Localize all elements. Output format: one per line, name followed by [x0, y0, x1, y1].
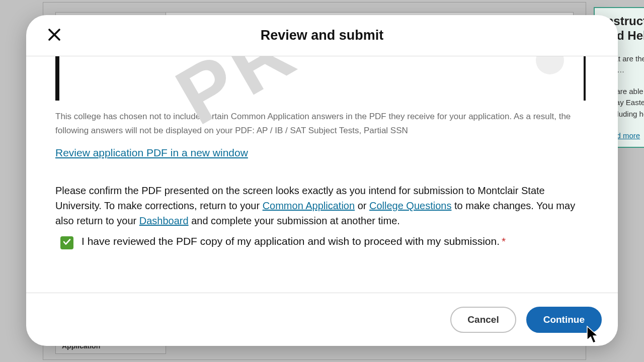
close-icon — [47, 27, 62, 44]
cancel-button[interactable]: Cancel — [450, 307, 516, 333]
confirmation-checkbox-label: I have reviewed the PDF copy of my appli… — [82, 235, 506, 247]
preview-page-indicator — [536, 56, 564, 74]
pdf-exclusion-notice: This college has chosen not to include c… — [55, 110, 588, 138]
common-application-link[interactable]: Common Application — [263, 200, 355, 211]
checkmark-icon — [62, 237, 71, 248]
review-pdf-link[interactable]: Review application PDF in a new window — [55, 147, 248, 159]
confirmation-checkbox-row: I have reviewed the PDF copy of my appli… — [55, 235, 588, 249]
review-submit-modal: Review and submit PR This college has ch… — [26, 15, 618, 346]
confirm-text-3: and complete your submission at another … — [189, 215, 400, 226]
checkbox-label-text: I have reviewed the PDF copy of my appli… — [82, 235, 500, 247]
college-questions-link[interactable]: College Questions — [369, 200, 451, 211]
pdf-preview-area: PR — [55, 56, 588, 101]
modal-body: PR This college has chosen not to includ… — [26, 56, 618, 293]
confirm-text-or: or — [355, 200, 369, 211]
modal-footer: Cancel Continue — [26, 293, 618, 346]
confirm-instructions: Please confirm the PDF presented on the … — [55, 183, 588, 228]
continue-button[interactable]: Continue — [526, 307, 602, 333]
preview-left-border — [55, 56, 59, 101]
close-button[interactable] — [44, 26, 64, 46]
modal-header: Review and submit — [26, 15, 618, 56]
preview-right-border — [584, 56, 586, 101]
required-asterisk: * — [502, 235, 506, 247]
confirmation-checkbox[interactable] — [60, 236, 73, 249]
modal-title: Review and submit — [261, 28, 384, 43]
dashboard-link[interactable]: Dashboard — [139, 215, 189, 226]
